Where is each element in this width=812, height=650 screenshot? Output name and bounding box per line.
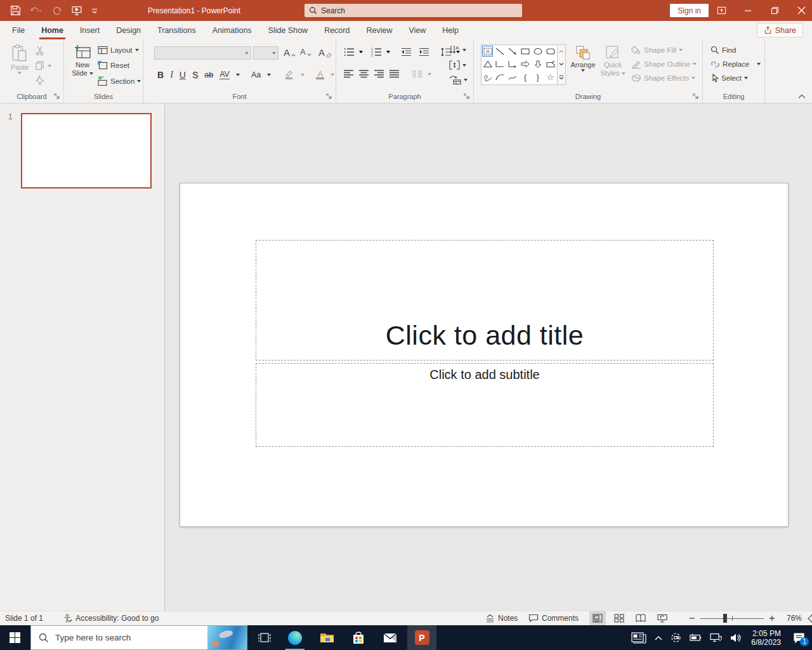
store-button[interactable] [344, 625, 373, 650]
clipboard-dialog-launcher-icon[interactable] [54, 93, 60, 100]
comments-button[interactable]: Comments [528, 611, 579, 625]
edge-button[interactable] [280, 625, 310, 650]
taskbar-clock[interactable]: 2:05 PM 6/8/2023 [751, 629, 781, 647]
start-slideshow-icon[interactable] [71, 5, 82, 16]
zoom-slider[interactable] [700, 614, 764, 623]
tab-record[interactable]: Record [316, 21, 358, 39]
slide-sorter-view-button[interactable] [611, 611, 627, 625]
zoom-percentage[interactable]: 76% [783, 614, 802, 623]
align-center-button[interactable] [359, 70, 369, 78]
section-button[interactable]: Section [98, 76, 141, 86]
mail-button[interactable] [376, 625, 405, 650]
align-right-button[interactable] [374, 70, 384, 78]
slide-canvas[interactable]: Click to add title Click to add subtitle [180, 183, 789, 527]
shape-right-arrow[interactable] [520, 58, 532, 70]
bullets-button[interactable] [344, 48, 355, 56]
accessibility-status[interactable]: Accessibility: Good to go [63, 611, 159, 625]
news-icon[interactable] [631, 632, 646, 644]
shape-snip-corner-rectangle[interactable] [544, 58, 556, 70]
customize-qat-icon[interactable] [91, 8, 98, 14]
normal-view-button[interactable] [589, 611, 606, 625]
clear-formatting-button[interactable]: A [318, 47, 332, 58]
save-icon[interactable] [10, 5, 21, 16]
sign-in-button[interactable]: Sign in [670, 4, 709, 17]
bold-button[interactable]: B [157, 70, 164, 80]
align-left-button[interactable] [344, 70, 354, 78]
hidden-icons-chevron[interactable] [655, 635, 662, 640]
action-center-button[interactable]: 1 [793, 632, 806, 644]
titlebar-search-box[interactable]: Search [304, 4, 522, 17]
shape-triangle[interactable] [481, 58, 494, 70]
paragraph-dialog-launcher-icon[interactable] [464, 93, 470, 100]
italic-button[interactable]: I [170, 70, 173, 80]
powerpoint-button[interactable]: P [407, 625, 436, 650]
font-size-combo[interactable] [253, 46, 278, 60]
highlight-color-button[interactable] [284, 69, 294, 80]
ribbon-display-options-button[interactable] [710, 0, 732, 21]
tab-home[interactable]: Home [33, 21, 72, 39]
find-button[interactable]: Find [710, 46, 761, 55]
tab-transitions[interactable]: Transitions [149, 21, 204, 39]
font-dialog-launcher-icon[interactable] [326, 93, 332, 100]
tab-slide-show[interactable]: Slide Show [260, 21, 317, 39]
zoom-slider-thumb[interactable] [723, 614, 727, 623]
convert-to-smartart-button[interactable] [449, 76, 468, 84]
strikethrough-button[interactable]: ab [204, 70, 213, 79]
reading-view-button[interactable] [632, 611, 649, 625]
volume-icon[interactable] [730, 633, 743, 643]
reset-button[interactable]: Reset [98, 61, 129, 70]
layout-button[interactable]: Layout [98, 46, 139, 55]
shapes-scroll-down-icon[interactable] [559, 62, 564, 66]
shape-arc[interactable] [494, 71, 506, 83]
tab-file[interactable]: File [4, 21, 33, 39]
title-placeholder[interactable]: Click to add title [256, 240, 714, 361]
tab-insert[interactable]: Insert [72, 21, 108, 39]
tab-review[interactable]: Review [358, 21, 400, 39]
justify-button[interactable] [390, 70, 400, 78]
notes-button[interactable]: Notes [485, 611, 518, 625]
slide-thumbnail[interactable] [21, 113, 152, 189]
shapes-scroll-up-icon[interactable] [559, 50, 564, 53]
numbering-button[interactable]: 123 [371, 48, 382, 56]
zoom-in-button[interactable] [769, 615, 775, 621]
tab-design[interactable]: Design [108, 21, 149, 39]
increase-indent-button[interactable] [419, 48, 429, 56]
shape-right-brace[interactable]: } [532, 71, 544, 83]
shape-scribble[interactable] [481, 71, 494, 83]
restore-button[interactable] [764, 0, 785, 21]
start-button[interactable] [0, 625, 29, 650]
underline-button[interactable]: U [180, 70, 186, 80]
shape-oval[interactable] [532, 45, 544, 57]
shapes-more-icon[interactable] [559, 75, 564, 80]
increase-font-size-button[interactable]: A [284, 47, 296, 58]
subtitle-placeholder[interactable]: Click to add subtitle [256, 363, 714, 447]
minimize-button[interactable] [737, 0, 759, 21]
share-button[interactable]: Share [757, 23, 803, 37]
new-slide-button[interactable]: New Slide [69, 44, 96, 77]
meet-now-icon[interactable] [671, 632, 681, 643]
decrease-indent-button[interactable] [401, 48, 412, 56]
shape-elbow-connector[interactable] [494, 58, 506, 70]
slideshow-view-button[interactable] [654, 611, 671, 625]
tab-view[interactable]: View [400, 21, 434, 39]
zoom-out-button[interactable] [689, 615, 695, 621]
task-view-button[interactable] [250, 625, 279, 650]
shape-curve[interactable] [507, 71, 519, 83]
tab-animations[interactable]: Animations [204, 21, 260, 39]
shape-star[interactable]: ☆ [544, 71, 556, 83]
font-name-combo[interactable] [154, 46, 251, 60]
columns-button[interactable] [412, 70, 422, 78]
drawing-dialog-launcher-icon[interactable] [693, 93, 699, 100]
shape-line[interactable] [494, 45, 506, 57]
fit-slide-to-window-button[interactable] [807, 614, 812, 623]
shape-text-box[interactable]: A [481, 45, 494, 57]
file-explorer-button[interactable] [312, 625, 341, 650]
search-highlight-image[interactable] [207, 626, 247, 649]
shape-left-brace[interactable]: { [520, 71, 532, 83]
text-shadow-button[interactable]: S [192, 70, 198, 80]
change-case-button[interactable]: Aa [251, 70, 261, 79]
replace-button[interactable]: bcReplace [710, 60, 761, 69]
battery-icon[interactable] [690, 633, 702, 642]
select-button[interactable]: Select [710, 74, 761, 83]
shape-rectangle[interactable] [520, 45, 532, 57]
